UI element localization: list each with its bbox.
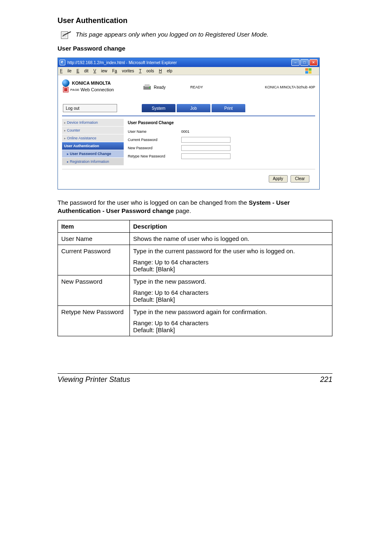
- pagescope-icon: [63, 87, 69, 92]
- svg-point-13: [149, 87, 150, 88]
- cell-retype-password-desc: Type in the new password again for confi…: [130, 306, 332, 336]
- maximize-button[interactable]: □: [300, 59, 309, 66]
- clear-button[interactable]: Clear: [291, 175, 309, 183]
- section-title: User Authentication: [58, 16, 332, 25]
- sub-title: User Password change: [58, 45, 332, 52]
- username-value: 0001: [181, 130, 189, 134]
- apply-button[interactable]: Apply: [269, 175, 288, 183]
- titlebar: http://192.168.1.2/m_index.html - Micros…: [58, 58, 319, 67]
- retype-password-input[interactable]: [181, 153, 231, 159]
- svg-rect-5: [305, 68, 308, 71]
- menu-favorites[interactable]: Favorites: [112, 69, 134, 73]
- status-label: Ready: [154, 85, 166, 90]
- table-row: Current Password Type in the current pas…: [58, 245, 332, 275]
- footer-page-number: 221: [320, 375, 332, 384]
- current-password-input[interactable]: [181, 137, 231, 143]
- page-content: KONICA MINOLTA PAGE Web Connection Ready…: [58, 75, 319, 189]
- note-text: This page appears only when you logged o…: [76, 30, 268, 39]
- window-title: http://192.168.1.2/m_index.html - Micros…: [67, 60, 177, 65]
- nav-user-authentication[interactable]: User Authentication: [62, 142, 124, 150]
- nav-counter[interactable]: Counter: [62, 127, 124, 134]
- note-row: This page appears only when you logged o…: [61, 30, 332, 39]
- cell-current-password-desc: Type in the current password for the use…: [130, 245, 332, 275]
- svg-rect-10: [64, 88, 67, 91]
- menu-help[interactable]: Help: [159, 69, 173, 73]
- svg-rect-8: [309, 71, 311, 74]
- browser-window: http://192.168.1.2/m_index.html - Micros…: [58, 58, 320, 190]
- form-area: User Password Change User Name 0001 Curr…: [128, 119, 315, 166]
- svg-rect-12: [145, 84, 150, 87]
- th-item: Item: [58, 220, 130, 233]
- left-nav: Device Information Counter Online Assist…: [62, 119, 124, 166]
- menu-view[interactable]: View: [93, 69, 107, 73]
- nav-device-info[interactable]: Device Information: [62, 119, 124, 126]
- svg-rect-7: [305, 71, 308, 74]
- page-footer: Viewing Printer Status 221: [58, 373, 332, 384]
- nav-registration-information[interactable]: Registration Information: [62, 158, 124, 165]
- cell-new-password: New Password: [58, 275, 130, 306]
- note-icon: [61, 30, 71, 39]
- footer-section: Viewing Printer Status: [58, 375, 130, 384]
- ie-icon: [60, 60, 65, 65]
- nav-user-password-change[interactable]: User Password Change: [62, 150, 124, 157]
- nav-online-assistance[interactable]: Online Assistance: [62, 134, 124, 142]
- printer-icon: [143, 83, 152, 91]
- tab-system[interactable]: System: [142, 104, 175, 112]
- minimize-button[interactable]: –: [291, 59, 300, 66]
- cell-current-password: Current Password: [58, 245, 130, 275]
- menu-edit[interactable]: Edit: [76, 69, 88, 73]
- svg-rect-6: [309, 68, 311, 71]
- menubar: File Edit View Favorites Tools Help: [58, 67, 319, 75]
- model-label: KONICA MINOLTA bizhub 40P: [265, 85, 315, 89]
- form-title: User Password Change: [128, 120, 315, 125]
- tab-job[interactable]: Job: [177, 104, 210, 112]
- username-label: User Name: [128, 130, 181, 134]
- tab-bar: System Job Print: [142, 104, 245, 112]
- status-word: READY: [190, 85, 203, 89]
- table-row: New Password Type in the new password. R…: [58, 275, 332, 306]
- current-password-label: Current Password: [128, 138, 181, 142]
- cell-retype-password: Retype New Password: [58, 306, 130, 336]
- cell-new-password-desc: Type in the new password. Range: Up to 6…: [130, 275, 332, 306]
- retype-password-label: Retype New Password: [128, 154, 181, 158]
- cell-user-name: User Name: [58, 233, 130, 245]
- tab-print[interactable]: Print: [212, 104, 245, 112]
- menu-file[interactable]: File: [60, 69, 71, 73]
- pagescope-label: PAGE Web Connection: [62, 87, 114, 95]
- logout-button[interactable]: Log out: [63, 104, 117, 112]
- info-table: Item Description User Name Shows the nam…: [58, 220, 332, 336]
- km-logo: KONICA MINOLTA: [62, 79, 114, 87]
- km-globe-icon: [62, 79, 69, 87]
- menu-tools[interactable]: Tools: [139, 69, 154, 73]
- close-button[interactable]: ✕: [309, 59, 318, 66]
- cell-user-name-desc: Shows the name of user who is logged on.: [130, 233, 332, 245]
- table-row: Retype New Password Type in the new pass…: [58, 306, 332, 336]
- windows-flag-icon: [305, 68, 312, 74]
- description-text: The password for the user who is logged …: [58, 199, 332, 215]
- new-password-input[interactable]: [181, 145, 231, 151]
- th-description: Description: [130, 220, 332, 233]
- new-password-label: New Password: [128, 146, 181, 150]
- table-row: User Name Shows the name of user who is …: [58, 233, 332, 245]
